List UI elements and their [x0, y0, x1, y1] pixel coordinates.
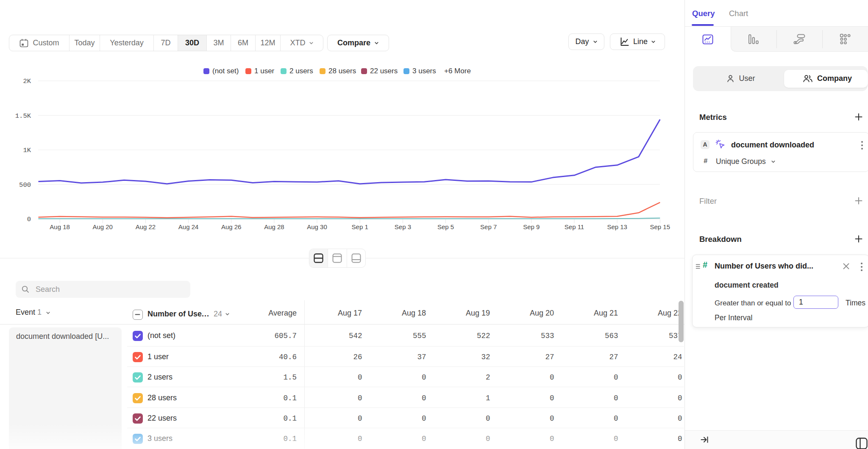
- svg-text:2K: 2K: [23, 78, 31, 85]
- svg-text:Aug 26: Aug 26: [221, 223, 242, 230]
- svg-text:1K: 1K: [23, 147, 31, 154]
- svg-text:Aug 20: Aug 20: [92, 223, 113, 230]
- svg-text:Aug 30: Aug 30: [307, 223, 327, 230]
- svg-text:Aug 22: Aug 22: [136, 223, 156, 230]
- svg-text:Sep 15: Sep 15: [650, 223, 670, 230]
- svg-text:Aug 28: Aug 28: [264, 223, 284, 230]
- svg-text:Aug 18: Aug 18: [50, 223, 70, 230]
- svg-text:Sep 3: Sep 3: [395, 223, 411, 230]
- svg-text:Aug 24: Aug 24: [178, 223, 199, 230]
- svg-text:Sep 11: Sep 11: [565, 223, 584, 230]
- svg-text:500: 500: [19, 181, 31, 189]
- svg-text:Sep 9: Sep 9: [523, 223, 540, 230]
- svg-text:Sep 5: Sep 5: [437, 223, 454, 230]
- svg-text:0: 0: [27, 216, 31, 223]
- svg-text:Sep 7: Sep 7: [480, 223, 497, 230]
- svg-text:Sep 13: Sep 13: [607, 223, 627, 230]
- svg-text:Sep 1: Sep 1: [352, 223, 368, 230]
- svg-text:1.5K: 1.5K: [15, 112, 31, 120]
